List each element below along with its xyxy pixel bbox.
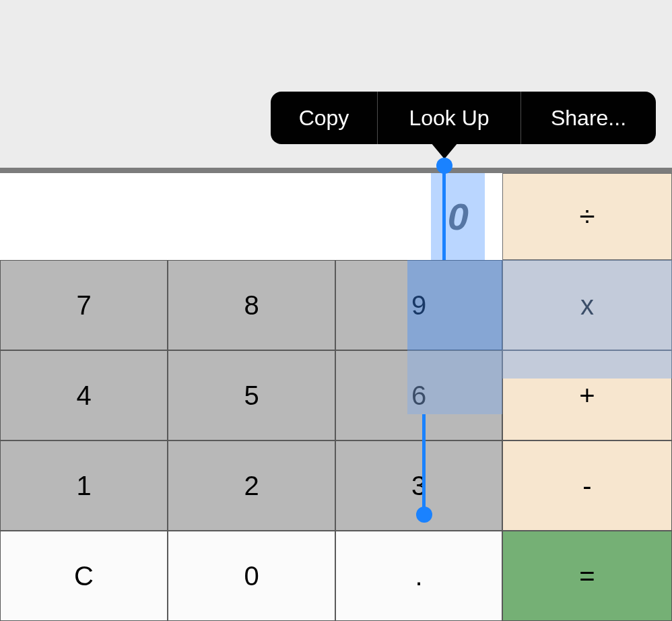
minus-button[interactable]: -: [502, 440, 672, 531]
key-6[interactable]: 6: [335, 350, 502, 440]
clear-button[interactable]: C: [0, 531, 168, 621]
display-value: 0: [448, 195, 469, 238]
multiply-button[interactable]: x: [502, 260, 672, 350]
key-1[interactable]: 1: [0, 440, 168, 531]
key-2[interactable]: 2: [168, 440, 335, 531]
display-row: 0 ÷: [0, 173, 672, 260]
key-8[interactable]: 8: [168, 260, 335, 350]
key-3[interactable]: 3: [335, 440, 502, 531]
context-menu-arrow-icon: [431, 143, 458, 159]
plus-button[interactable]: +: [502, 350, 672, 440]
divide-button[interactable]: ÷: [502, 173, 672, 260]
context-menu-copy[interactable]: Copy: [271, 92, 377, 144]
key-9[interactable]: 9: [335, 260, 502, 350]
keypad: 7 8 9 x 4 5 6 + 1 2 3 - C 0 . =: [0, 260, 672, 621]
separator: [0, 168, 672, 173]
key-4[interactable]: 4: [0, 350, 168, 440]
key-7[interactable]: 7: [0, 260, 168, 350]
context-menu-share[interactable]: Share...: [521, 92, 656, 144]
equals-button[interactable]: =: [502, 531, 672, 621]
key-0[interactable]: 0: [168, 531, 335, 621]
context-menu-lookup[interactable]: Look Up: [378, 92, 520, 144]
display-cell[interactable]: 0: [0, 173, 502, 260]
key-5[interactable]: 5: [168, 350, 335, 440]
context-menu: Copy Look Up Share...: [271, 92, 656, 144]
decimal-button[interactable]: .: [335, 531, 502, 621]
